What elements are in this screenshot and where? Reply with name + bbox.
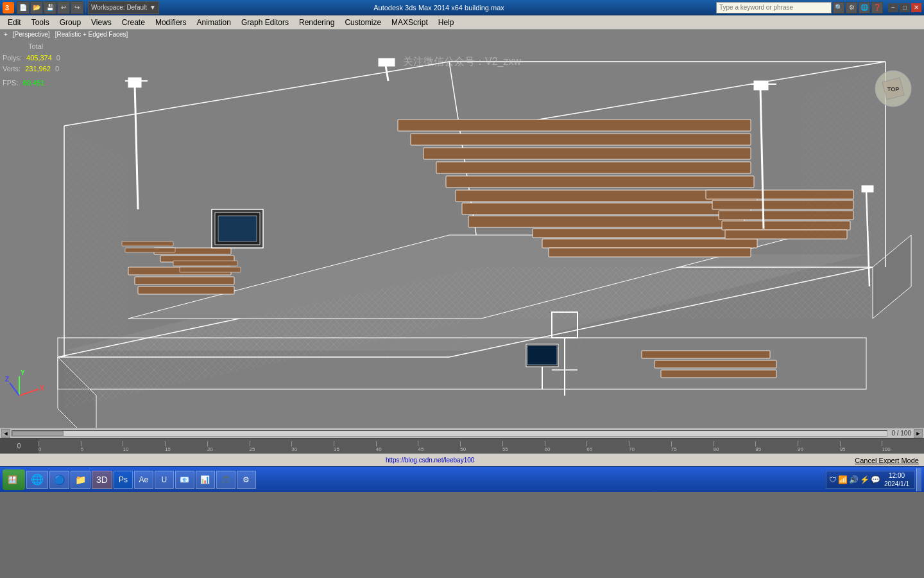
ruler-tick-16: 80 [714, 438, 756, 452]
menu-graph-editors[interactable]: Graph Editors [236, 15, 294, 30]
scroll-track[interactable] [12, 430, 887, 437]
viewport-info-row: + [Perspective] [Realistic + Edged Faces… [1, 31, 923, 38]
ruler-tick-9: 45 [418, 438, 460, 452]
svg-text:3: 3 [5, 4, 9, 12]
status-url: https://blog.csdn.net/leebay100 [386, 457, 474, 464]
svg-rect-51 [173, 261, 237, 266]
viewport-plus[interactable]: + [1, 31, 10, 38]
undo-btn[interactable]: ↩ [57, 1, 70, 14]
system-tray: 🛡 📶 🔊 ⚡ 💬 12:00 2024/1/1 [826, 471, 915, 489]
svg-rect-40 [642, 351, 770, 358]
polys-label: Polys: [3, 54, 22, 62]
show-desktop-btn[interactable] [916, 468, 921, 491]
workspace-label: Workspace: Default [91, 4, 147, 11]
svg-rect-54 [125, 248, 175, 252]
scroll-left-btn[interactable]: ◄ [1, 429, 10, 438]
svg-text:Z: Z [5, 376, 9, 383]
menu-animation[interactable]: Animation [192, 15, 236, 30]
svg-rect-56 [128, 78, 141, 87]
svg-rect-24 [398, 119, 751, 131]
redo-btn[interactable]: ↪ [71, 1, 83, 14]
svg-rect-52 [180, 267, 241, 272]
workspace-dropdown[interactable]: Workspace: Default ▼ [88, 1, 159, 14]
taskbar-unity[interactable]: U [155, 471, 174, 489]
taskbar-chrome[interactable]: 🔵 [49, 471, 69, 489]
viewport-view[interactable]: [Perspective] [10, 31, 53, 38]
menu-edit[interactable]: Edit [3, 15, 26, 30]
search-web-btn[interactable]: 🌐 [859, 2, 870, 13]
menu-customize[interactable]: Customize [339, 15, 386, 30]
stats-overlay: Total Polys: 405,374 0 Verts: 231,962 0 … [3, 41, 60, 89]
open-btn[interactable]: 📂 [30, 1, 43, 14]
ruler-tick-0: 0 [38, 438, 81, 452]
svg-rect-61 [754, 81, 768, 90]
verts-label: Verts: [3, 65, 21, 73]
new-btn[interactable]: 📄 [17, 1, 30, 14]
separator-1 [85, 3, 86, 13]
scroll-position: 0 / 100 [889, 430, 914, 437]
fps-label: FPS: [3, 79, 18, 87]
title-bar: 3 📄 📂 💾 ↩ ↪ Workspace: Default ▼ Autodes… [0, 0, 924, 15]
scroll-thumb[interactable] [12, 431, 64, 436]
tray-volume[interactable]: 🔊 [849, 475, 859, 484]
svg-marker-75 [64, 126, 128, 357]
help-btn[interactable]: ❓ [871, 2, 883, 13]
menu-maxscript[interactable]: MAXScript [386, 15, 433, 30]
taskbar-clock[interactable]: 12:00 2024/1/1 [882, 471, 912, 488]
taskbar-ps[interactable]: Ps [114, 471, 133, 489]
taskbar-ae[interactable]: Ae [134, 471, 153, 489]
taskbar-item-2[interactable]: 📊 [196, 471, 215, 489]
menu-create[interactable]: Create [117, 15, 150, 30]
menu-rendering[interactable]: Rendering [294, 15, 339, 30]
svg-rect-41 [654, 360, 776, 368]
search-input[interactable] [716, 2, 832, 13]
svg-rect-33 [542, 239, 757, 248]
nav-cube[interactable]: TOP [873, 68, 911, 107]
taskbar-explorer[interactable]: 📁 [71, 471, 90, 489]
search-options-btn[interactable]: ⚙ [846, 2, 857, 13]
start-button[interactable]: 🪟 [3, 469, 25, 490]
cancel-expert-mode[interactable]: Cancel Expert Mode [855, 457, 919, 464]
taskbar-item-1[interactable]: 📧 [175, 471, 194, 489]
fps-row: FPS: 60.451 [3, 78, 60, 89]
search-area: 🔍 ⚙ 🌐 ❓ [716, 2, 883, 13]
svg-rect-30 [462, 203, 751, 215]
tray-security[interactable]: 🛡 [829, 475, 837, 484]
timeline-ruler[interactable]: 0 05101520253035404550556065707580859095… [0, 438, 924, 453]
ruler-tick-15: 75 [671, 438, 714, 452]
title-text: Autodesk 3ds Max 2014 x64 building.max [373, 4, 504, 12]
taskbar-ie[interactable]: 🌐 [26, 471, 48, 489]
fps-value: 60.451 [23, 79, 45, 87]
viewport-mode[interactable]: [Realistic + Edged Faces] [53, 31, 131, 38]
scroll-right-btn[interactable]: ► [914, 429, 923, 438]
menu-tools[interactable]: Tools [26, 15, 55, 30]
close-button[interactable]: ✕ [911, 3, 921, 12]
total-label: Total [3, 41, 60, 53]
save-btn[interactable]: 💾 [44, 1, 56, 14]
polys-value: 405,374 [26, 54, 52, 62]
ruler-tick-5: 25 [250, 438, 292, 452]
taskbar-item-4[interactable]: ⚙ [237, 471, 256, 489]
svg-text:Y: Y [21, 369, 25, 376]
svg-rect-45 [138, 286, 234, 294]
tray-power[interactable]: ⚡ [860, 475, 869, 484]
tray-msg[interactable]: 💬 [871, 475, 880, 484]
menu-group[interactable]: Group [55, 15, 86, 30]
taskbar-3dsmax[interactable]: 3D [92, 471, 112, 489]
search-button[interactable]: 🔍 [833, 2, 844, 13]
taskbar-item-3[interactable]: 🎵 [216, 471, 235, 489]
ruler-tick-18: 90 [798, 438, 840, 452]
menu-modifiers[interactable]: Modifiers [150, 15, 192, 30]
3d-scene: X Y Z [0, 30, 924, 428]
verts-zero: 0 [55, 65, 59, 73]
ruler-tick-10: 50 [460, 438, 502, 452]
tray-network[interactable]: 📶 [838, 475, 848, 484]
menu-help[interactable]: Help [433, 15, 459, 30]
menu-views[interactable]: Views [86, 15, 117, 30]
timeline-start: 0 [17, 442, 21, 450]
minimize-button[interactable]: − [888, 3, 898, 12]
dropdown-arrow: ▼ [150, 4, 156, 11]
maximize-button[interactable]: □ [900, 3, 910, 12]
ruler-tick-7: 35 [334, 438, 376, 452]
viewport[interactable]: + [Perspective] [Realistic + Edged Faces… [0, 30, 924, 428]
